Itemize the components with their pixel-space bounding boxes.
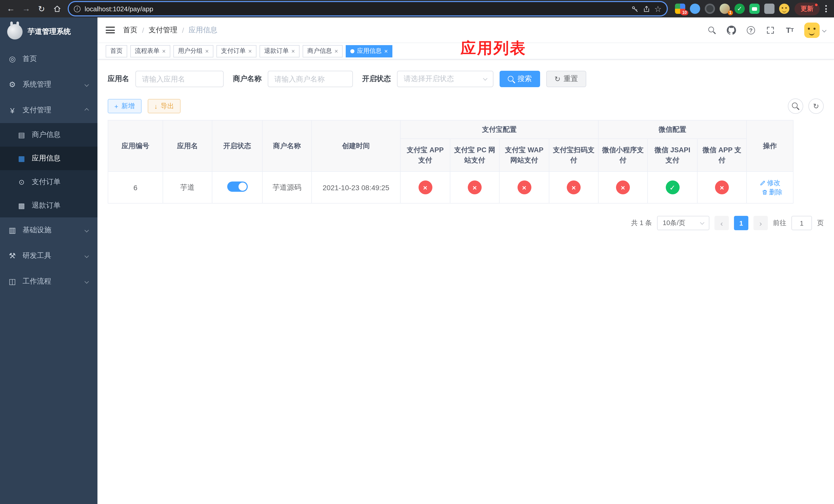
prev-page-button[interactable]: ‹: [715, 216, 729, 230]
col-header-created: 创建时间: [312, 120, 400, 171]
grid-icon: ▦: [18, 154, 26, 162]
close-icon[interactable]: ×: [334, 48, 338, 54]
search-icon: [792, 102, 799, 110]
app-logo[interactable]: 芋道管理系统: [0, 18, 97, 46]
page-number-button[interactable]: 1: [734, 216, 748, 230]
sidebar-item-dev-tools[interactable]: ⚒ 研发工具: [0, 243, 97, 269]
close-icon[interactable]: ×: [205, 48, 209, 54]
page-size-select[interactable]: 10条/页: [657, 216, 709, 230]
alipay-pc-status-icon: ×: [468, 181, 482, 194]
extension-badge: 10: [681, 10, 688, 15]
chrome-update-button[interactable]: 更新: [794, 2, 820, 15]
close-icon[interactable]: ×: [291, 48, 295, 54]
help-icon[interactable]: ?: [746, 25, 756, 35]
col-header-alipay-wap: 支付宝 WAP 网站支付: [499, 139, 549, 171]
refresh-icon: ↻: [813, 102, 819, 110]
sidebar-item-app-info[interactable]: ▦ 应用信息: [0, 147, 97, 170]
close-icon[interactable]: ×: [162, 48, 166, 54]
sidebar-item-infra[interactable]: ▥ 基础设施: [0, 217, 97, 243]
tag-app-info[interactable]: 应用信息×: [346, 45, 392, 57]
home-icon[interactable]: [50, 2, 64, 15]
edit-link[interactable]: 修改: [760, 178, 781, 187]
table-row: 6 芋道 芋道源码 2021-10-23 08:49:25 × × × × × …: [108, 171, 793, 203]
tag-label: 首页: [110, 47, 123, 55]
group-header-alipay: 支付宝配置: [400, 120, 598, 139]
delete-link[interactable]: 删除: [762, 187, 783, 197]
app-title: 芋道管理系统: [28, 27, 71, 37]
extension-dark-icon[interactable]: [705, 4, 715, 14]
fullscreen-icon[interactable]: [765, 25, 775, 35]
password-key-icon[interactable]: [631, 5, 638, 13]
breadcrumb-section[interactable]: 支付管理: [149, 25, 177, 35]
export-button[interactable]: ↓ 导出: [148, 99, 180, 113]
search-icon[interactable]: [707, 25, 717, 35]
user-menu[interactable]: [804, 22, 826, 38]
font-size-icon[interactable]: TT: [785, 25, 795, 35]
col-header-wechat-app: 微信 APP 支付: [697, 139, 747, 171]
add-button[interactable]: + 新增: [108, 99, 141, 113]
status-toggle[interactable]: [227, 182, 247, 192]
sidebar-item-label: 应用信息: [32, 154, 61, 163]
cell-created: 2021-10-23 08:49:25: [312, 171, 400, 203]
reset-button[interactable]: ↻ 重置: [546, 71, 586, 87]
sidebar-item-label: 基础设施: [23, 226, 51, 235]
sidebar-item-payment[interactable]: ¥ 支付管理: [0, 97, 97, 123]
wechat-app-status-icon: ×: [715, 181, 729, 194]
col-header-wechat-mini: 微信小程序支付: [598, 139, 648, 171]
goto-page-input[interactable]: [791, 216, 812, 230]
share-icon[interactable]: [642, 5, 650, 13]
sidebar-item-label: 首页: [23, 54, 37, 64]
goto-label: 前往: [773, 219, 786, 228]
sidebar-item-label: 退款订单: [32, 201, 61, 210]
tag-pay-order[interactable]: 支付订单×: [216, 45, 257, 57]
tag-process-form[interactable]: 流程表单×: [130, 45, 170, 57]
tag-home[interactable]: 首页: [106, 45, 127, 57]
close-icon[interactable]: ×: [384, 48, 388, 54]
sidebar-menu: ◎ 首页 ⚙ 系统管理 ¥ 支付管理 ▤ 商户信息: [0, 46, 97, 294]
search-button[interactable]: 搜索: [500, 71, 540, 87]
extension-blue-icon[interactable]: [690, 4, 700, 14]
extension-check-icon[interactable]: ✓: [734, 4, 745, 14]
app-name-input[interactable]: [135, 71, 224, 87]
tag-user-group[interactable]: 用户分组×: [173, 45, 213, 57]
pencil-icon: [760, 180, 766, 186]
back-icon[interactable]: ←: [4, 2, 18, 15]
next-page-button[interactable]: ›: [753, 216, 768, 230]
bookmark-star-icon[interactable]: ☆: [654, 4, 662, 14]
sidebar-item-merchant-info[interactable]: ▤ 商户信息: [0, 123, 97, 147]
tag-merchant-info[interactable]: 商户信息×: [303, 45, 343, 57]
address-bar[interactable]: i localhost:1024/pay/app ☆: [69, 2, 667, 15]
col-header-wechat-jsapi: 微信 JSAPI 支付: [648, 139, 697, 171]
cell-merchant: 芋道源码: [262, 171, 312, 203]
page-size-value: 10条/页: [663, 219, 685, 228]
sidebar-item-refund-order[interactable]: ▩ 退款订单: [0, 194, 97, 217]
merchant-name-input[interactable]: [268, 71, 353, 87]
extension-grid-icon[interactable]: 10: [675, 4, 685, 14]
sidebar-item-pay-order[interactable]: ⊙ 支付订单: [0, 170, 97, 194]
sidebar-item-home[interactable]: ◎ 首页: [0, 46, 97, 72]
tag-refund-order[interactable]: 退款订单×: [260, 45, 300, 57]
table-tools: ↻: [788, 98, 824, 114]
github-icon[interactable]: [726, 25, 737, 35]
sidebar-item-workflow[interactable]: ◫ 工作流程: [0, 269, 97, 294]
profile-emoji-icon[interactable]: [779, 4, 789, 14]
reload-icon[interactable]: ↻: [35, 2, 48, 15]
yen-icon: ¥: [8, 106, 16, 115]
breadcrumb-home[interactable]: 首页: [123, 25, 137, 35]
site-info-icon[interactable]: i: [74, 5, 81, 12]
sidebar-item-system[interactable]: ⚙ 系统管理: [0, 72, 97, 97]
extension-chat-icon[interactable]: [749, 4, 760, 14]
sidebar-toggle-icon[interactable]: [106, 27, 115, 33]
extension-avatar-icon[interactable]: 1: [720, 4, 730, 14]
group-header-wechat: 微信配置: [598, 120, 747, 139]
toggle-search-button[interactable]: [788, 98, 803, 114]
url-text[interactable]: localhost:1024/pay/app: [85, 5, 627, 13]
sidebar-item-label: 系统管理: [23, 80, 51, 89]
status-select[interactable]: 请选择开启状态: [397, 71, 493, 87]
refresh-button[interactable]: ↻: [808, 98, 824, 114]
browser-menu-icon[interactable]: [822, 5, 830, 12]
forward-icon[interactable]: →: [20, 2, 33, 15]
extensions-puzzle-icon[interactable]: [764, 4, 774, 14]
close-icon[interactable]: ×: [248, 48, 252, 54]
page-title-annotation: 应用列表: [461, 38, 526, 59]
